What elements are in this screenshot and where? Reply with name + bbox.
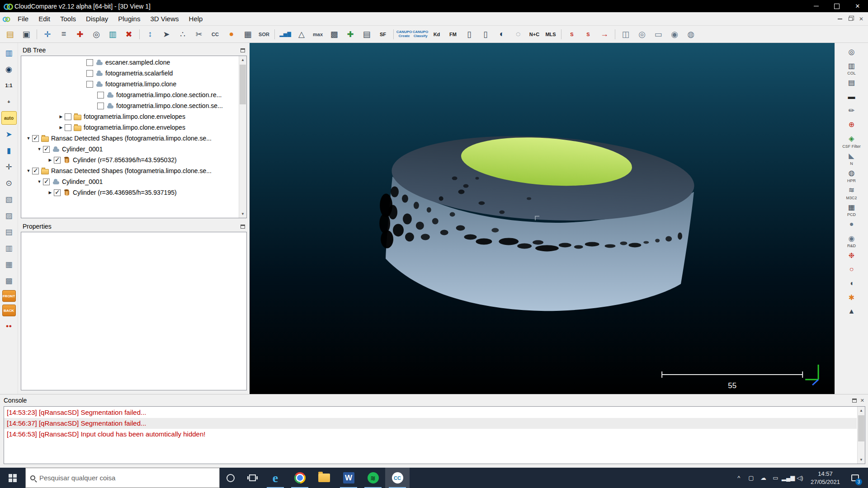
visibility-checkbox[interactable]	[43, 146, 50, 153]
s-curve-icon[interactable]: S	[564, 27, 580, 42]
taskbar-clock[interactable]: 14:57 27/05/2021	[806, 470, 844, 486]
tree-item[interactable]: fotogrametria.limpo.clone.section.re...	[21, 89, 238, 100]
histogram-icon[interactable]: ▂▅▇	[278, 27, 293, 42]
add-scalar-field-icon[interactable]: ✚	[343, 27, 358, 42]
mls-icon[interactable]: MLS	[543, 27, 558, 42]
visibility-checkbox[interactable]	[54, 189, 61, 196]
visibility-checkbox[interactable]	[54, 157, 61, 164]
global-shift-icon[interactable]: ✛	[40, 27, 55, 42]
tree-item[interactable]: Ransac Detected Shapes (fotogrametria.li…	[21, 165, 238, 176]
qcloudlayers-icon[interactable]: ❉	[845, 249, 859, 261]
visibility-checkbox[interactable]	[65, 113, 71, 120]
menu-item[interactable]: File	[13, 12, 33, 25]
taskbar-spotify-icon[interactable]: ≋	[361, 468, 385, 488]
visibility-checkbox[interactable]	[97, 103, 104, 109]
screenshot-icon[interactable]: ◉	[1, 62, 17, 76]
expand-arrow-icon[interactable]	[36, 179, 43, 184]
menu-item[interactable]: Tools	[55, 12, 81, 25]
view-left-icon[interactable]: ▤	[1, 225, 17, 239]
zoom-1-1-icon[interactable]: 1:1	[1, 79, 17, 92]
menu-item[interactable]: Edit	[33, 12, 55, 25]
globe-grid-icon[interactable]: ◌	[510, 27, 526, 42]
primitive-plane-icon[interactable]: ▭	[651, 27, 666, 42]
close-button[interactable]	[847, 0, 868, 12]
view-top-icon[interactable]: ▧	[1, 192, 17, 206]
grid-icon[interactable]: ▩	[326, 27, 342, 42]
taskbar-chrome-icon[interactable]	[288, 468, 312, 488]
menu-item[interactable]: Display	[81, 12, 113, 25]
task-view-button[interactable]	[241, 468, 263, 488]
cross-section-icon[interactable]: CC	[208, 27, 223, 42]
tree-item[interactable]: fotogrametria.limpo.clone	[21, 79, 238, 89]
taskbar-word-icon[interactable]: W	[336, 468, 361, 488]
expand-arrow-icon[interactable]	[57, 114, 65, 119]
normals-compute-icon[interactable]: N+C	[527, 27, 542, 42]
interactive-segmentation-icon[interactable]: ●	[224, 27, 239, 42]
noise-filter-icon[interactable]: ▦	[240, 27, 255, 42]
qcsf-icon[interactable]: ◈	[845, 133, 859, 145]
properties-list-icon[interactable]: ≡	[56, 27, 71, 42]
curvature-icon[interactable]: △	[294, 27, 309, 42]
expand-arrow-icon[interactable]	[47, 190, 54, 195]
canupo-create-icon[interactable]: CANUPO Create	[396, 27, 412, 42]
subsample-icon[interactable]: ∴	[175, 27, 190, 42]
matrix-icon[interactable]: ▤	[359, 27, 374, 42]
pick-arrow-icon[interactable]: ➤	[1, 127, 17, 141]
tree-item[interactable]: Cylinder (r=36.436985/h=35.937195)	[21, 187, 238, 198]
taskbar-cloudcompare-icon[interactable]: CC	[385, 468, 410, 488]
qransac-icon[interactable]: ○	[845, 263, 859, 275]
menu-item[interactable]: 3D Views	[145, 12, 184, 25]
clone-icon[interactable]: ▥	[105, 27, 120, 42]
tray-monitor-icon[interactable]: ▢	[745, 474, 757, 481]
tree-item[interactable]: Cylinder (r=57.856396/h=43.595032)	[21, 155, 238, 165]
point-pair-registration-icon[interactable]: ◎	[89, 27, 104, 42]
start-button[interactable]	[0, 468, 25, 488]
visibility-checkbox[interactable]	[32, 135, 39, 142]
kd-tree-icon[interactable]: Kd	[429, 27, 444, 42]
console-scrollbar[interactable]: ▲ ▼	[857, 407, 865, 464]
scrollbar-thumb[interactable]	[240, 65, 246, 104]
menu-item[interactable]: Plugins	[113, 12, 145, 25]
tray-battery-icon[interactable]: ▭	[769, 474, 782, 481]
tree-item[interactable]: fotogrametria.scalarfield	[21, 68, 238, 79]
expand-arrow-icon[interactable]	[36, 147, 43, 151]
qpcv-icon[interactable]: ●	[845, 218, 859, 230]
fm-icon[interactable]: FM	[445, 27, 461, 42]
taskbar-edge-icon[interactable]: e	[263, 468, 288, 488]
scrollbar-thumb[interactable]	[858, 415, 864, 441]
visibility-checkbox[interactable]	[86, 81, 93, 88]
zoom-icon[interactable]: ⊙	[1, 176, 17, 190]
scroll-down-icon[interactable]: ▼	[858, 456, 865, 464]
3d-viewport[interactable]: 55	[250, 43, 835, 394]
visibility-checkbox[interactable]	[97, 92, 104, 99]
scroll-down-icon[interactable]: ▼	[239, 210, 246, 218]
qpoisson-recon-icon[interactable]: ▲	[845, 305, 859, 317]
visibility-checkbox[interactable]	[32, 168, 39, 174]
expand-arrow-icon[interactable]	[25, 169, 32, 173]
apply-transformation-icon[interactable]: ✚	[72, 27, 88, 42]
tray-network-icon[interactable]: ▂▄▆	[782, 474, 794, 481]
view-bottom-icon[interactable]: ▨	[1, 209, 17, 222]
expand-arrow-icon[interactable]	[25, 136, 32, 141]
tree-item[interactable]: fotogrametria.limpo.clone.envelopes	[21, 122, 238, 133]
primitive-box-icon[interactable]: ◍	[683, 27, 698, 42]
max-icon[interactable]: max	[310, 27, 326, 42]
tree-item[interactable]: fotogrametria.limpo.clone.envelopes	[21, 111, 238, 122]
pan-icon[interactable]: ✛	[1, 160, 17, 174]
taskbar-search[interactable]	[25, 468, 220, 488]
view-back-cube-icon[interactable]: ▩	[1, 274, 17, 287]
visibility-checkbox[interactable]	[86, 70, 93, 77]
cortana-button[interactable]	[220, 468, 241, 488]
qpcl-icon[interactable]: ▦	[845, 201, 859, 213]
qbroom-icon[interactable]: ✏	[845, 105, 859, 117]
qblur-icon[interactable]: ◎	[845, 46, 859, 57]
zoom-fit-icon[interactable]: +	[1, 95, 17, 108]
close-panel-icon[interactable]: ✕	[860, 398, 864, 403]
view-front-cube-icon[interactable]: ▦	[1, 258, 17, 271]
tree-item[interactable]: Cylinder_0001	[21, 144, 238, 155]
visibility-checkbox[interactable]	[86, 59, 93, 66]
expand-arrow-icon[interactable]	[57, 125, 65, 130]
primitive-cylinder-icon[interactable]: ◫	[618, 27, 633, 42]
globe-icon[interactable]: ◐	[494, 27, 509, 42]
tree-item[interactable]: Cylinder_0001	[21, 176, 238, 187]
